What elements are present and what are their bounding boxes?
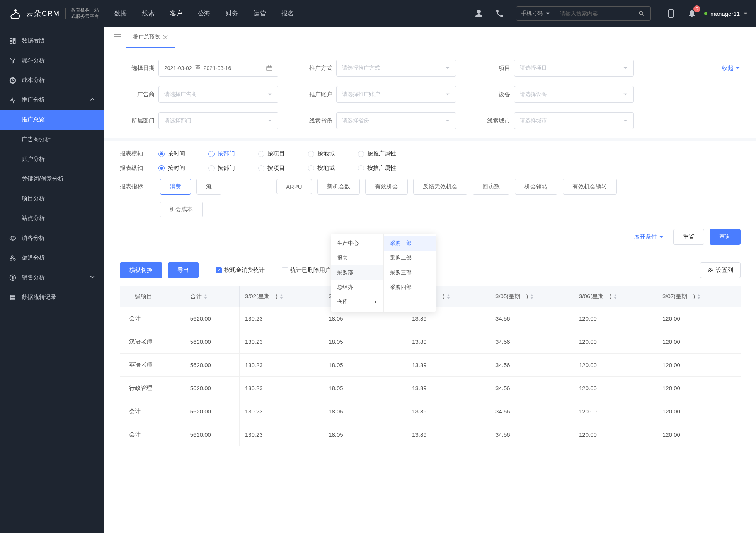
radio-icon xyxy=(208,165,215,171)
table-header[interactable]: 3/07(星期一) xyxy=(657,286,741,307)
cascade-item[interactable]: 生产中心 xyxy=(331,236,383,251)
cascade-item[interactable]: 仓库 xyxy=(331,295,383,309)
sidebar-toggle[interactable] xyxy=(108,34,126,41)
sort-icon xyxy=(447,294,450,299)
radio-icon xyxy=(258,151,264,157)
advertiser-select[interactable]: 请选择广告商 xyxy=(158,86,278,103)
switch-axis-button[interactable]: 横纵切换 xyxy=(120,262,162,278)
close-icon[interactable] xyxy=(163,35,168,39)
search-type-select[interactable]: 手机号码 xyxy=(516,7,555,20)
nav-item[interactable]: 线索 xyxy=(142,10,155,18)
radio-option[interactable]: 按推广属性 xyxy=(358,164,396,172)
cascade-item[interactable]: 采购四部 xyxy=(384,280,436,295)
nav-item[interactable]: 客户 xyxy=(170,10,182,18)
table-header[interactable]: 3/02(星期一) xyxy=(239,286,323,307)
province-select[interactable]: 请选择省份 xyxy=(336,112,456,129)
cascade-item[interactable]: 报关 xyxy=(331,251,383,265)
nav-item[interactable]: 财务 xyxy=(226,10,238,18)
metric-chip[interactable]: 回访数 xyxy=(473,179,509,195)
chevron-down-icon xyxy=(445,118,450,123)
metric-chip[interactable]: 有效机会销转 xyxy=(563,179,617,195)
metric-chip[interactable]: 机会销转 xyxy=(515,179,557,195)
sidebar-sub-item[interactable]: 站点分析 xyxy=(0,208,104,228)
device-select[interactable]: 请选择设备 xyxy=(514,86,634,103)
table-header[interactable]: 一级项目 xyxy=(120,286,185,307)
sidebar-item[interactable]: 渠道分析 xyxy=(0,248,104,268)
sidebar-item[interactable]: 成本分析 xyxy=(0,70,104,90)
nav-item[interactable]: 报名 xyxy=(281,10,294,18)
table-header[interactable]: 合计 xyxy=(185,286,240,307)
sidebar-item[interactable]: 销售分析 xyxy=(0,268,104,287)
sidebar-sub-item[interactable]: 账户分析 xyxy=(0,149,104,169)
metric-chip[interactable]: 有效机会 xyxy=(365,179,408,195)
cascade-item[interactable]: 采购一部 xyxy=(384,236,436,251)
phone-device-icon[interactable] xyxy=(666,9,676,18)
checkbox-icon xyxy=(282,267,288,273)
export-button[interactable]: 导出 xyxy=(168,262,199,278)
reset-button[interactable]: 重置 xyxy=(673,229,704,245)
sidebar-sub-item[interactable]: 关键词/创意分析 xyxy=(0,169,104,189)
search-button[interactable] xyxy=(633,7,650,20)
metric-chip[interactable]: ARPU xyxy=(276,179,312,194)
radio-option[interactable]: 按部门 xyxy=(208,164,235,172)
radio-option[interactable]: 按部门 xyxy=(208,150,235,157)
phone-icon[interactable] xyxy=(495,9,504,18)
sidebar-item[interactable]: 推广分析 xyxy=(0,90,104,110)
date-range-picker[interactable]: 2021-03-02 至 2021-03-16 xyxy=(158,60,278,77)
collapse-filters[interactable]: 收起 xyxy=(722,65,741,72)
table-cell: 120.00 xyxy=(657,354,741,377)
deleted-stat-checkbox[interactable]: 统计已删除用户 xyxy=(282,266,331,274)
radio-option[interactable]: 按项目 xyxy=(258,164,285,172)
sidebar-item[interactable]: 数据看版 xyxy=(0,31,104,51)
radio-option[interactable]: 按时间 xyxy=(158,164,185,172)
user-menu[interactable]: manager11 xyxy=(704,10,748,17)
cash-stat-checkbox[interactable]: 按现金消费统计 xyxy=(216,266,265,274)
table-header[interactable]: 3/05(星期一) xyxy=(490,286,574,307)
metric-chip[interactable]: 反馈无效机会 xyxy=(413,179,467,195)
svg-point-0 xyxy=(14,9,17,12)
city-select[interactable]: 请选择城市 xyxy=(514,112,634,129)
cascade-item[interactable]: 采购三部 xyxy=(384,265,436,280)
radio-option[interactable]: 按地域 xyxy=(308,150,335,157)
table-cell: 18.05 xyxy=(323,354,407,377)
account-select[interactable]: 请选择推广账户 xyxy=(336,86,456,103)
sidebar-sub-item[interactable]: 广告商分析 xyxy=(0,130,104,149)
metric-chip[interactable]: 新机会数 xyxy=(317,179,360,195)
nav-item[interactable]: 公海 xyxy=(198,10,210,18)
tab-label: 推广总预览 xyxy=(133,34,160,41)
cascade-item[interactable]: 采购二部 xyxy=(384,251,436,265)
table-row: 会计5620.00130.2318.0513.8934.56120.00120.… xyxy=(120,400,741,423)
tab-promotion-overview[interactable]: 推广总预览 xyxy=(126,27,175,48)
cascade-item[interactable]: 总经办 xyxy=(331,280,383,295)
radio-option[interactable]: 按时间 xyxy=(158,150,185,157)
notifications[interactable]: 5 xyxy=(687,9,696,19)
radio-option[interactable]: 按推广属性 xyxy=(358,150,396,157)
table-cell: 120.00 xyxy=(574,423,657,446)
project-select[interactable]: 请选择项目 xyxy=(514,60,634,77)
nav-item[interactable]: 数据 xyxy=(114,10,127,18)
table-header[interactable]: 3/06(星期一) xyxy=(574,286,657,307)
metric-chip[interactable]: 消费 xyxy=(160,179,191,195)
user-icon[interactable] xyxy=(474,9,484,18)
sidebar-item[interactable]: 漏斗分析 xyxy=(0,51,104,70)
sidebar-item[interactable]: 访客分析 xyxy=(0,228,104,248)
radio-option[interactable]: 按项目 xyxy=(258,150,285,157)
table-cell: 120.00 xyxy=(657,307,741,330)
nav-item[interactable]: 运营 xyxy=(254,10,266,18)
radio-icon xyxy=(308,165,314,171)
sidebar-sub-item[interactable]: 项目分析 xyxy=(0,189,104,208)
query-button[interactable]: 查询 xyxy=(710,229,741,245)
dept-select[interactable]: 请选择部门 xyxy=(158,112,278,129)
column-settings-button[interactable]: 设置列 xyxy=(700,262,741,278)
cascade-item[interactable]: 采购部 xyxy=(331,265,383,280)
expand-conditions[interactable]: 展开条件 xyxy=(634,233,664,241)
visitor-icon xyxy=(9,235,16,242)
sidebar-item[interactable]: 数据流转记录 xyxy=(0,287,104,307)
metric-chip[interactable]: 机会成本 xyxy=(160,202,203,217)
logo[interactable]: 云朵CRM 教育机构一站 式服务云平台 xyxy=(8,6,99,21)
radio-option[interactable]: 按地域 xyxy=(308,164,335,172)
method-select[interactable]: 请选择推广方式 xyxy=(336,60,456,77)
sidebar-sub-item[interactable]: 推广总览 xyxy=(0,110,104,130)
metric-chip[interactable]: 流 xyxy=(196,179,221,195)
search-input[interactable] xyxy=(555,7,633,20)
